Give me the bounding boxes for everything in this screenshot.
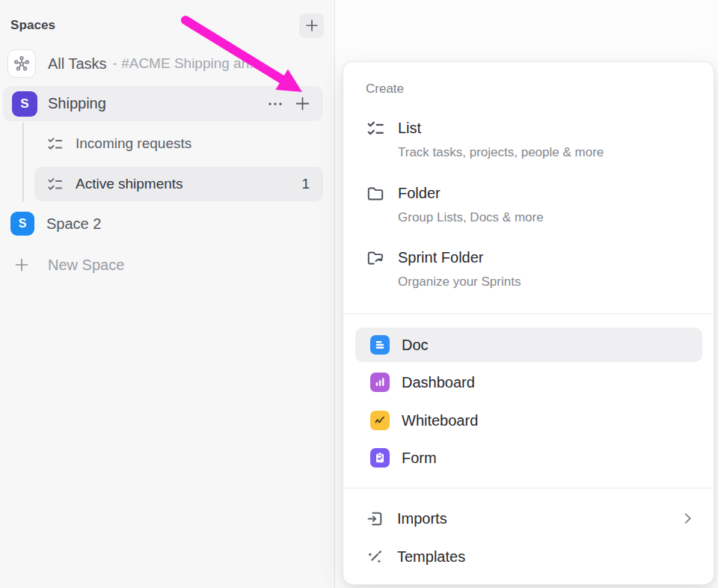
sidebar-item-active-shipments[interactable]: Active shipments 1 <box>34 167 323 201</box>
spaces-title: Spaces <box>10 18 55 33</box>
imports-icon <box>366 509 384 528</box>
more-icon <box>266 95 284 113</box>
plus-icon <box>13 256 31 274</box>
folder-icon <box>366 184 385 203</box>
menu-item-list-description: Track tasks, projects, people & more <box>398 143 604 162</box>
sidebar-item-space-2[interactable]: S Space 2 <box>0 207 335 240</box>
plus-icon <box>293 94 312 113</box>
menu-item-doc-label: Doc <box>402 337 429 354</box>
menu-divider <box>343 313 714 314</box>
whiteboard-icon <box>370 411 390 430</box>
create-menu-popup: Create List Track tasks, projects, peopl… <box>343 61 714 585</box>
checklist-icon <box>366 119 385 138</box>
shipping-add-button[interactable] <box>292 94 313 114</box>
spaces-header: Spaces <box>10 13 324 37</box>
sidebar-item-incoming-requests[interactable]: Incoming requests <box>34 126 323 161</box>
templates-icon <box>366 548 384 566</box>
task-count-badge: 1 <box>301 176 310 192</box>
checklist-icon <box>46 135 64 153</box>
sidebar-item-shipping[interactable]: S Shipping <box>3 86 323 121</box>
add-space-button[interactable] <box>299 13 324 38</box>
incoming-requests-label: Incoming requests <box>76 135 191 152</box>
menu-item-form-label: Form <box>402 450 437 467</box>
menu-item-folder[interactable]: Folder Group Lists, Docs & more <box>343 182 714 227</box>
active-shipments-label: Active shipments <box>76 176 183 192</box>
chevron-right-icon <box>679 510 696 527</box>
shipping-label: Shipping <box>48 95 106 112</box>
menu-item-whiteboard-label: Whiteboard <box>402 412 478 429</box>
tree-indent-line <box>22 122 24 202</box>
sidebar: Spaces All Tasks - #ACME Shipping an... … <box>0 0 335 588</box>
new-space-label: New Space <box>48 257 124 274</box>
menu-divider <box>343 488 714 489</box>
menu-item-whiteboard[interactable]: Whiteboard <box>355 403 702 438</box>
sprint-folder-icon <box>366 248 385 268</box>
plus-icon <box>304 17 320 34</box>
menu-item-sprint-folder-description: Organize your Sprints <box>398 272 521 292</box>
space-2-avatar: S <box>10 212 34 236</box>
all-tasks-label: All Tasks <box>48 55 107 73</box>
doc-icon <box>370 335 390 355</box>
menu-item-folder-description: Group Lists, Docs & more <box>398 208 544 227</box>
space-2-label: Space 2 <box>46 215 101 233</box>
menu-item-form[interactable]: Form <box>355 441 702 475</box>
menu-item-imports[interactable]: Imports <box>343 501 714 536</box>
menu-item-dashboard-label: Dashboard <box>402 374 475 391</box>
form-icon <box>370 448 390 468</box>
menu-item-templates[interactable]: Templates <box>343 539 714 574</box>
dashboard-icon <box>370 373 390 392</box>
menu-item-list-label: List <box>398 117 604 139</box>
hub-icon <box>7 49 36 78</box>
all-tasks-suffix: - #ACME Shipping an... <box>113 55 262 72</box>
menu-item-doc[interactable]: Doc <box>355 328 702 362</box>
menu-item-sprint-folder[interactable]: Sprint Folder Organize your Sprints <box>343 246 714 292</box>
menu-item-imports-label: Imports <box>397 510 447 527</box>
create-menu-title: Create <box>366 82 404 97</box>
sidebar-item-new-space[interactable]: New Space <box>0 248 335 282</box>
shipping-avatar: S <box>12 91 37 117</box>
menu-item-templates-label: Templates <box>397 548 465 566</box>
menu-item-sprint-folder-label: Sprint Folder <box>398 246 521 269</box>
menu-item-dashboard[interactable]: Dashboard <box>355 365 702 399</box>
checklist-icon <box>46 176 64 193</box>
sidebar-item-all-tasks[interactable]: All Tasks - #ACME Shipping an... <box>0 47 335 80</box>
menu-item-list[interactable]: List Track tasks, projects, people & mor… <box>343 117 714 162</box>
shipping-more-button[interactable] <box>265 94 286 114</box>
menu-item-folder-label: Folder <box>398 182 544 204</box>
